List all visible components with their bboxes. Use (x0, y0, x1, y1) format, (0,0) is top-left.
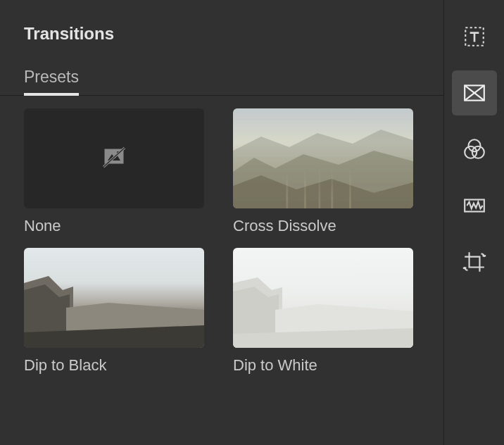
dip-to-white-thumbnail (233, 248, 413, 348)
transitions-icon (462, 81, 486, 105)
tab-label: Presets (24, 68, 79, 86)
right-toolbar (443, 0, 504, 445)
dip-to-black-thumbnail (24, 248, 204, 348)
crop-rotate-icon (462, 250, 486, 274)
text-frame-icon (462, 25, 486, 49)
tool-transitions[interactable] (452, 70, 497, 115)
svg-point-11 (472, 146, 484, 158)
preset-label: Dip to White (233, 356, 420, 375)
tool-crop[interactable] (452, 239, 497, 284)
color-venn-icon (462, 137, 486, 161)
no-transition-icon (101, 146, 127, 171)
preset-thumbnail (24, 108, 204, 208)
preset-none[interactable]: None (24, 108, 210, 235)
preset-dip-to-black[interactable]: Dip to Black (24, 248, 210, 375)
tab-bar: Presets (0, 68, 443, 96)
tool-audio[interactable] (452, 183, 497, 228)
tab-presets[interactable]: Presets (24, 68, 79, 95)
audio-wave-icon (462, 194, 486, 218)
transitions-panel: Transitions Presets None (0, 0, 443, 445)
tool-text[interactable] (452, 14, 497, 59)
preset-label: Dip to Black (24, 356, 210, 375)
presets-grid: None Cross Dissolve (0, 96, 443, 387)
tool-color[interactable] (452, 127, 497, 172)
panel-title: Transitions (24, 24, 443, 44)
preset-thumbnail (233, 248, 413, 348)
preset-thumbnail (24, 248, 204, 348)
preset-label: Cross Dissolve (233, 217, 420, 235)
preset-label: None (24, 217, 210, 235)
panel-header: Transitions (0, 0, 443, 44)
preset-cross-dissolve[interactable]: Cross Dissolve (233, 108, 420, 235)
preset-dip-to-white[interactable]: Dip to White (233, 248, 420, 375)
preset-thumbnail (233, 108, 413, 208)
svg-point-9 (468, 139, 480, 151)
